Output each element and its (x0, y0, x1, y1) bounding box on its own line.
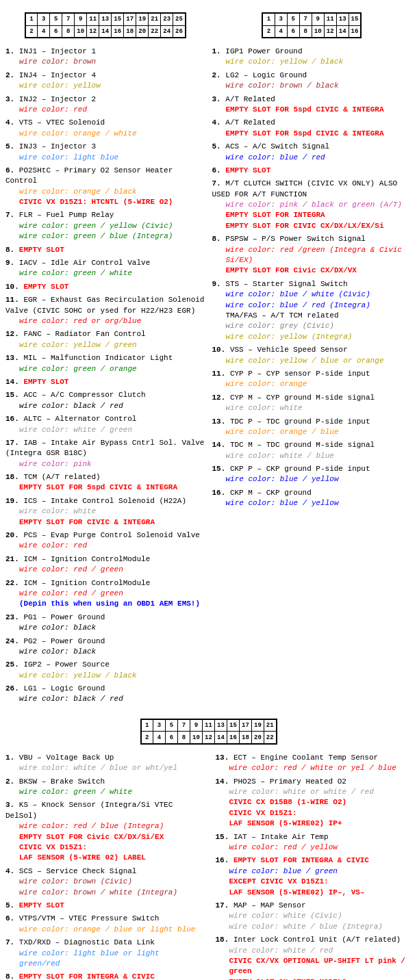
item-label: 21. ICM – Ignition ControlModule (5, 555, 150, 563)
item-label: 19. ICS – Intake Control Solenoid (H22A) (5, 497, 186, 505)
list-item: 16. ALTC – Alternator Controlwire color:… (5, 414, 205, 435)
list-item: 5. ACS – A/C Switch Signalwire color: bl… (212, 142, 412, 163)
list-item: 13. TDC P – TDC ground P-side inputwire … (212, 417, 412, 438)
list-item: 11. EGR – Exhaust Gas Recirculation Sole… (5, 295, 205, 326)
wire-color: wire color: yellow / green (5, 340, 205, 350)
note: EMPTY SLOT FOR CIVIC & INTEGRA (5, 517, 205, 528)
wire-color: wire color: red / blue (Integra) (5, 821, 202, 831)
wire-color: wire color: white (212, 403, 412, 413)
item-label: 22. ICM – Ignition ControlModule (5, 579, 150, 587)
list-item: 3. A/T RelatedEMPTY SLOT FOR 5spd CIVIC … (212, 94, 412, 116)
note3: LAF SENSOR (5-WIRE 02) LABEL (5, 853, 202, 863)
item-label: 26. LG1 – Logic Ground (5, 684, 105, 693)
item-label: 6. VTPS/VTM – VTEC Pressure Switch (5, 914, 159, 923)
list-item: 5. INJ3 – Injector 3wire color: light bl… (5, 142, 205, 163)
note2: EMPTY SLOT ON OTHER MODELS (216, 977, 412, 980)
item-label: 1. IGP1 Power Ground (212, 47, 303, 55)
note-wire2: wire color: yellow (Integra) (212, 332, 412, 342)
list-item: 10. VSS – Vehicle Speed Sensorwire color… (212, 345, 412, 366)
wire-color: wire color: red / white or yel / blue (216, 763, 412, 773)
list-item: 4. SCS – Service Check Signalwire color:… (5, 866, 202, 898)
connector-b-section: 13579111315 246810121416 1. IGP1 Power G… (212, 7, 412, 708)
item-label: 8. PSPSW – P/S Power Switch Signal (212, 235, 366, 243)
item-label: 13. MIL – Malfunction Indicator Light (5, 354, 173, 362)
wire-color: wire color: blue / green (216, 866, 412, 877)
list-item: 3. KS – Knock Sensor (Integra/Si VTEC De… (5, 800, 202, 863)
list-item: 16. CKP M – CKP groundwire color: blue /… (212, 488, 412, 509)
top-connectors-row: 135791113151719212325 246810121416182022… (5, 7, 412, 708)
note3: LAF SENSOR (5-WIRE02) IP+ (216, 818, 412, 829)
item-label: 7. M/T CLUTCH SWITCH (CIVIC VX ONLY) ALS… (212, 179, 398, 198)
list-item: 8. PSPSW – P/S Power Switch Signalwire c… (212, 234, 412, 276)
list-item: 17. MAP – MAP Sensorwire color: white (C… (216, 901, 412, 932)
list-item: 4. A/T RelatedEMPTY SLOT FOR 5spd CIVIC … (212, 118, 412, 139)
item-label: 20. PCS – Evap Purge Control Solenoid Va… (5, 531, 200, 539)
list-item: 12. CYP M – CYP ground M-side signalwire… (212, 393, 412, 414)
item-label: 2. BKSW – Brake Switch (5, 777, 105, 786)
wire-color: wire color: red / green (5, 589, 205, 599)
connector-b-list: 1. IGP1 Power Groundwire color: yellow /… (212, 47, 412, 509)
list-item: 1. IGP1 Power Groundwire color: yellow /… (212, 47, 412, 68)
list-item: 18. Inter Lock Control Unit (A/T related… (216, 935, 412, 980)
wire-color: wire color: green / yellow (Civic) (5, 221, 205, 231)
list-item: 9. STS – Starter Signal Switchwire color… (212, 279, 412, 342)
list-item: 4. VTS – VTEC Solenoidwire color: orange… (5, 118, 205, 139)
list-item: 6. EMPTY SLOT (212, 166, 412, 176)
list-item: 14. EMPTY SLOT (5, 377, 205, 387)
note2: CIVIC VX D15Z1: (216, 808, 412, 818)
wire-color: wire color: orange (212, 379, 412, 389)
item-label: 13. ECT – Engine Coolant Temp Sensor (216, 753, 379, 762)
item-label: 11. CYP P – CYP sensor P-side input (212, 370, 370, 378)
item-label: 17. MAP – MAP Sensor (216, 901, 306, 910)
list-item: 8. EMPTY SLOT FOR INTEGRA & CIVICEXCEPT … (5, 972, 202, 980)
wire-color: wire color: white (5, 506, 205, 517)
wire-color: wire color: brown / black (212, 81, 412, 91)
wire-color: wire color: brown (5, 57, 205, 67)
wire-color: wire color: yellow / black (212, 57, 412, 67)
item-label: 15. ACC – A/C Compressor Clutch (5, 391, 146, 399)
wire-color: wire color: light blue (5, 153, 205, 163)
note: EMPTY SLOT FOR 5spd CIVIC & INTEGRA (212, 105, 412, 115)
list-item: 2. BKSW – Brake Switchwire color: green … (5, 777, 202, 798)
list-item: 1. VBU – Voltage Back Upwire color: whit… (5, 753, 202, 774)
list-item: 3. INJ2 – Injector 2wire color: red (5, 94, 205, 116)
item-label: 5. EMPTY SLOT (5, 901, 64, 910)
list-item: 24. PG2 – Power Groundwire color: black (5, 636, 205, 658)
note: EMPTY SLOT FOR 5spd CIVIC & INTEGRA (5, 482, 205, 493)
item-label: 3. A/T Related (212, 95, 275, 103)
item-label: 12. FANC – Radiator Fan Control (5, 330, 146, 338)
item-label: 24. PG2 – Power Ground (5, 637, 105, 645)
list-item: 5. EMPTY SLOT (5, 901, 202, 911)
wire-color: wire color: black / red (5, 401, 205, 411)
item-label: 2. LG2 – Logic Ground (212, 71, 307, 79)
wire-color: wire color: yellow / black (5, 671, 205, 681)
item-label: 8. EMPTY SLOT (5, 246, 64, 254)
item-label: 16. ALTC – Alternator Control (5, 415, 136, 423)
list-item: 20. PCS – Evap Purge Control Solenoid Va… (5, 530, 205, 552)
item-label: 14. TDC M – TDC ground M-side signal (212, 441, 375, 449)
wire-color: wire color: pink / black or green (A/T) (212, 200, 412, 210)
item-label: 1. INJ1 – Injector 1 (5, 47, 96, 55)
item-label: 3. INJ2 – Injector 2 (5, 95, 96, 103)
note: EMPTY SLOT FOR Civic CX/DX/VX (212, 266, 412, 276)
wire-color: wire color: green / orange (5, 364, 205, 374)
list-item: 1. INJ1 – Injector 1wire color: brown (5, 47, 205, 68)
item-label: 14. EMPTY SLOT (5, 378, 68, 386)
list-item: 25. IGP2 – Power Sourcewire color: yello… (5, 660, 205, 681)
list-item: 21. ICM – Ignition ControlModulewire col… (5, 554, 205, 576)
wire-color: wire color: white / blue or wht/yel (5, 763, 202, 773)
connector-d-right-list: 13. ECT – Engine Coolant Temp Sensorwire… (216, 753, 412, 980)
wire-color: wire color: blue / white (Civic) (212, 289, 412, 300)
note: EXCEPT CIVIC VX D15Z1: (216, 877, 412, 887)
wire-color: wire color: red (5, 541, 205, 551)
list-item: 7. M/T CLUTCH SWITCH (CIVIC VX ONLY) ALS… (212, 179, 412, 231)
item-label: 8. EMPTY SLOT FOR INTEGRA & CIVIC (5, 972, 155, 980)
item-label: 14. PHO2S – Primary Heated O2 (216, 777, 346, 786)
wire-color: wire color: red (5, 105, 205, 115)
note2: CIVIC VX D15Z1: (5, 842, 202, 853)
wire-color: wire color: blue / red (212, 153, 412, 163)
connector-d-pins: 13579111315171921 246810121416182022 (140, 719, 277, 745)
wire-color: wire color: orange / blue (212, 427, 412, 437)
item-label: 15. IAT – Intake Air Temp (216, 833, 329, 841)
item-label: 23. PG1 – Power Ground (5, 613, 105, 621)
